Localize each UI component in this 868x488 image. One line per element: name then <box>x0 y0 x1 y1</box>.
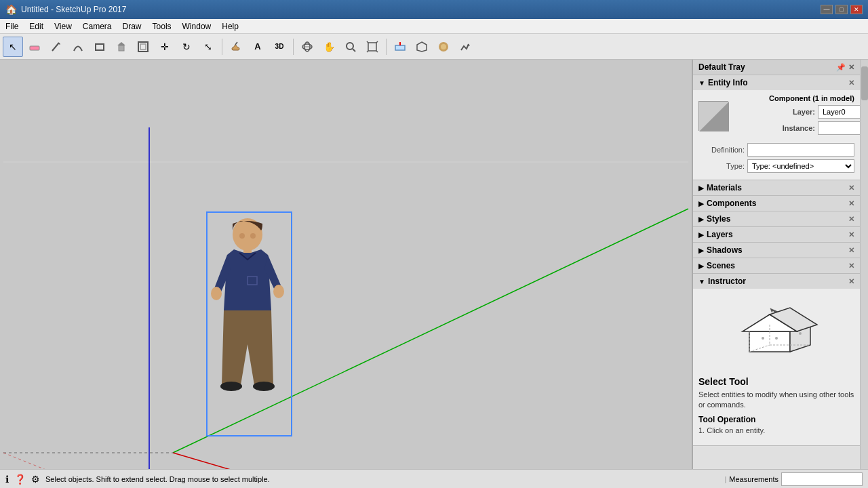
maximize-button[interactable]: □ <box>835 5 848 14</box>
svg-rect-27 <box>3 161 688 163</box>
menu-item-edit[interactable]: Edit <box>24 19 49 33</box>
scrollbar-thumb[interactable] <box>861 66 868 100</box>
tray-close-icon[interactable]: ✕ <box>848 63 854 72</box>
materials-close-icon[interactable]: ✕ <box>848 184 854 192</box>
eraser-tool-button[interactable] <box>24 37 45 57</box>
layers-header[interactable]: ▶ Layers ✕ <box>693 227 860 242</box>
components-section: ▶ Components ✕ <box>693 196 860 211</box>
scale-button[interactable]: ⤡ <box>198 37 218 57</box>
layer-label: Layer: <box>769 108 815 116</box>
push-pull-button[interactable] <box>111 37 132 57</box>
entity-info-chevron-icon: ▼ <box>698 79 705 87</box>
menu-item-file[interactable]: File <box>0 19 24 33</box>
scenes-label: Scenes <box>707 261 735 270</box>
instructor-header[interactable]: ▼ Instructor ✕ <box>693 274 860 289</box>
type-select[interactable]: Type: <undefined> <box>747 159 854 173</box>
close-button[interactable]: ✕ <box>850 5 863 14</box>
toolbar-sep-2 <box>293 39 294 55</box>
section-plane-button[interactable] <box>390 37 410 57</box>
entity-info-close-icon[interactable]: ✕ <box>848 79 854 87</box>
instance-field: Instance: <box>769 121 860 135</box>
entity-info-header[interactable]: ▼ Entity Info ✕ <box>693 75 860 90</box>
shadows-chevron-icon: ▶ <box>698 247 704 254</box>
menu-item-camera[interactable]: Camera <box>77 19 117 33</box>
menu-item-view[interactable]: View <box>49 19 77 33</box>
svg-point-24 <box>441 44 446 49</box>
info-icon[interactable]: ℹ <box>5 474 9 485</box>
svg-point-37 <box>273 285 284 298</box>
settings-icon[interactable]: ⚙ <box>31 474 40 485</box>
component-title: Component (1 in model) <box>769 94 860 102</box>
zoom-extents-button[interactable] <box>362 37 382 57</box>
svg-point-13 <box>347 43 353 49</box>
layers-close-icon[interactable]: ✕ <box>848 230 854 239</box>
rectangle-tool-button[interactable] <box>90 37 110 57</box>
components-button[interactable] <box>412 37 432 57</box>
menu-item-draw[interactable]: Draw <box>117 19 147 33</box>
menu-item-window[interactable]: Window <box>177 19 217 33</box>
instructor-label: Instructor <box>708 277 746 286</box>
pan-button[interactable]: ✋ <box>319 37 339 57</box>
menu-item-tools[interactable]: Tools <box>147 19 177 33</box>
paint-bucket-button[interactable] <box>226 37 246 57</box>
offset-button[interactable] <box>133 37 153 57</box>
statusbar-left: ℹ ❓ ⚙ Select objects. Shift to extend se… <box>5 474 270 485</box>
panel-content: Default Tray 📌 ✕ ▼ Entity Info ✕ <box>693 60 860 469</box>
svg-line-19 <box>376 51 378 52</box>
app-title: Untitled - SketchUp Pro 2017 <box>21 5 126 14</box>
definition-input[interactable]: Chris <box>747 143 854 157</box>
layer-select[interactable]: Layer0 <box>818 105 860 119</box>
instance-input[interactable] <box>818 121 860 135</box>
materials-section: ▶ Materials ✕ <box>693 180 860 196</box>
instructor-chevron-icon: ▼ <box>698 278 705 285</box>
styles-header[interactable]: ▶ Styles ✕ <box>693 211 860 226</box>
styles-close-icon[interactable]: ✕ <box>848 215 854 224</box>
rotate-button[interactable]: ↻ <box>176 37 197 57</box>
svg-point-57 <box>799 332 802 335</box>
svg-marker-22 <box>417 42 427 52</box>
materials-header[interactable]: ▶ Materials ✕ <box>693 180 860 195</box>
help-icon[interactable]: ❓ <box>14 474 26 485</box>
tray-pin-icon[interactable]: 📌 <box>836 63 846 72</box>
shadows-label: Shadows <box>707 245 743 255</box>
menu-item-help[interactable]: Help <box>216 19 244 33</box>
text-tool-button[interactable]: A <box>248 37 268 57</box>
scenes-close-icon[interactable]: ✕ <box>848 262 854 270</box>
svg-point-41 <box>250 233 256 239</box>
viewport[interactable] <box>0 60 692 469</box>
select-tool-button[interactable]: ↖ <box>3 37 23 57</box>
minimize-button[interactable]: — <box>821 5 833 14</box>
orbit-button[interactable] <box>297 37 317 57</box>
titlebar-controls: — □ ✕ <box>821 5 863 14</box>
svg-rect-26 <box>3 60 688 469</box>
select-tool-title: Select Tool <box>698 376 854 387</box>
pencil-tool-button[interactable] <box>46 37 66 57</box>
tool-operation-step1: 1. Click on an entity. <box>698 426 854 436</box>
svg-line-14 <box>353 49 355 52</box>
materials-label: Materials <box>707 183 742 192</box>
svg-point-56 <box>775 337 778 340</box>
titlebar-left: 🏠 Untitled - SketchUp Pro 2017 <box>5 4 126 15</box>
svg-rect-0 <box>30 46 39 50</box>
definition-label: Definition: <box>698 146 745 154</box>
zoom-button[interactable] <box>340 37 361 57</box>
follow-me-button[interactable] <box>455 37 475 57</box>
shadows-header[interactable]: ▶ Shadows ✕ <box>693 243 860 258</box>
scenes-header[interactable]: ▶ Scenes ✕ <box>693 258 860 273</box>
instructor-content: Select Tool Select entities to modify wh… <box>693 289 860 445</box>
type-field: Type: Type: <undefined> <box>698 159 854 173</box>
components-close-icon[interactable]: ✕ <box>848 199 854 208</box>
arc-tool-button[interactable] <box>68 37 88 57</box>
layer-field: Layer: Layer0 <box>769 105 860 119</box>
material-browser-button[interactable] <box>433 37 454 57</box>
3d-text-button[interactable]: 3D <box>269 37 290 57</box>
right-scrollbar[interactable] <box>860 60 868 469</box>
shadows-close-icon[interactable]: ✕ <box>848 246 854 255</box>
measurements-input[interactable] <box>781 472 863 486</box>
type-label: Type: <box>698 162 745 170</box>
components-header[interactable]: ▶ Components ✕ <box>693 196 860 211</box>
move-button[interactable]: ✛ <box>155 37 175 57</box>
instructor-close-icon[interactable]: ✕ <box>848 277 854 286</box>
tray-header: Default Tray 📌 ✕ <box>693 60 860 75</box>
components-chevron-icon: ▶ <box>698 200 704 207</box>
